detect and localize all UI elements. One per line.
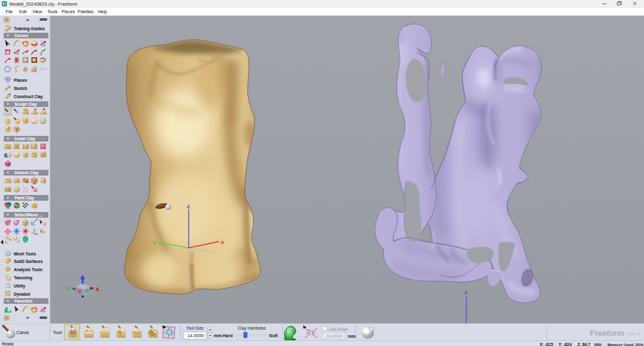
svg-text:Soft: Soft	[269, 333, 278, 338]
svg-text:Y: Y	[65, 286, 69, 292]
svg-text:Hard: Hard	[223, 333, 233, 338]
svg-text:mm: mm	[214, 333, 221, 338]
svg-text:Tool Size: Tool Size	[186, 326, 204, 330]
svg-text:V2024.0.81: V2024.0.81	[626, 333, 641, 336]
svg-text:X: X	[221, 240, 225, 245]
svg-text:Use Ruler: Use Ruler	[329, 327, 348, 332]
svg-text:Tool:: Tool:	[53, 330, 63, 335]
svg-text:Z: Z	[465, 290, 468, 296]
svg-text:Clay Hardness: Clay Hardness	[238, 326, 266, 331]
svg-text:X: X	[96, 286, 99, 293]
svg-text:Freeform: Freeform	[590, 328, 624, 338]
svg-text:14.0000: 14.0000	[187, 333, 204, 338]
svg-text:Carve: Carve	[16, 330, 29, 335]
svg-text:Z: Z	[187, 204, 190, 209]
svg-text:mm: mm	[348, 334, 355, 338]
svg-text:Y: Y	[153, 240, 157, 246]
svg-text:10.0000: 10.0000	[326, 334, 342, 338]
